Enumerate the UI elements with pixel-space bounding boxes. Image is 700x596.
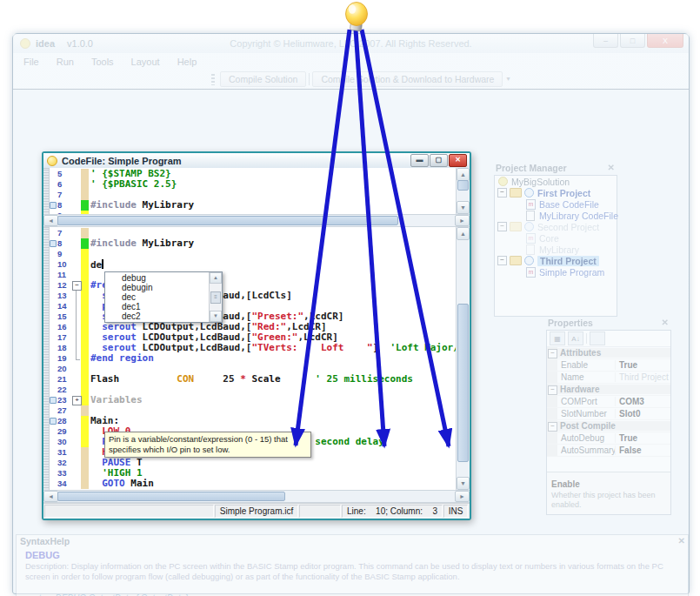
menu-item-file[interactable]: File (23, 57, 39, 67)
code-line[interactable]: 6' {$PBASIC 2.5} (50, 179, 456, 190)
scroll-down-icon[interactable]: ▼ (457, 201, 470, 214)
editor-close-button[interactable]: ✕ (449, 154, 467, 167)
property-row[interactable]: EnableTrue (547, 359, 670, 372)
bottom-horizontal-scrollbar[interactable]: ◄ ► (43, 490, 470, 503)
toolbar-button[interactable]: Compile Solution (220, 71, 306, 87)
toolbar-overflow-icon[interactable]: ▾ (506, 75, 510, 83)
project-manager-titlebar[interactable]: Project Manager ✕ (492, 162, 617, 174)
splitter-grip[interactable] (43, 168, 50, 214)
property-row[interactable]: NameThird Project (547, 372, 670, 384)
property-row[interactable]: SlotNumberSlot0 (547, 408, 670, 420)
code-pane-top[interactable]: 5' {$STAMP BS2}6' {$PBASIC 2.5}78#includ… (43, 168, 470, 214)
property-value[interactable]: Third Project (615, 372, 670, 382)
code-line[interactable]: 16 serout LCDOutput,LcdBaud,["Red:",LcdC… (50, 322, 456, 332)
tree-item[interactable]: MyLibrary CodeFile (495, 210, 617, 221)
menu-item-tools[interactable]: Tools (91, 57, 114, 67)
property-pages-icon[interactable] (590, 331, 605, 345)
scroll-right-icon[interactable]: ► (455, 215, 470, 226)
code-line[interactable]: 8#include MyLibrary (50, 200, 456, 211)
autocomplete-item[interactable]: debug (105, 273, 209, 283)
scroll-up-icon[interactable]: ▲ (210, 272, 222, 284)
property-value[interactable]: False (615, 445, 670, 455)
code-line[interactable]: 22 (50, 385, 456, 395)
code-line[interactable]: 19#end region (50, 353, 456, 364)
code-pane-bottom[interactable]: 78#include MyLibrary910de1112−#region LC… (43, 227, 470, 490)
tree-item[interactable]: −First Project (495, 187, 617, 198)
code-line[interactable]: 27 (50, 405, 456, 416)
scroll-down-icon[interactable]: ▼ (210, 311, 222, 322)
maximize-button[interactable]: □ (620, 34, 645, 48)
property-value[interactable]: COM3 (615, 397, 670, 406)
sort-alphabetical-icon[interactable]: A↓ (568, 331, 583, 345)
syntax-help-titlebar[interactable]: SyntaxHelp ✕ (17, 535, 688, 547)
code-line[interactable]: 18 serout LCDOutput,LcdBaud,["TVerts: Lo… (50, 343, 456, 353)
code-line[interactable]: 17 serout LCDOutput,LcdBaud,["Green:",Lc… (50, 332, 456, 343)
code-line[interactable]: 34 GOTO Main (50, 479, 456, 489)
autocomplete-scrollbar[interactable]: ▲ ≡ ▼ (209, 272, 222, 322)
tree-item[interactable]: mCore (495, 232, 617, 244)
expand-collapse-icon[interactable]: − (497, 188, 507, 198)
tree-item[interactable]: −Second Project (495, 221, 617, 232)
fold-toggle-icon[interactable]: − (72, 281, 82, 291)
project-manager-close-icon[interactable]: ✕ (608, 163, 615, 172)
top-horizontal-scrollbar[interactable]: ◄ ► (43, 214, 470, 227)
scroll-right-icon[interactable]: ► (455, 491, 470, 502)
property-value[interactable]: Slot0 (615, 409, 670, 419)
code-line[interactable]: 28Main: (50, 416, 456, 426)
expand-collapse-icon[interactable]: − (497, 256, 507, 265)
scrollbar-thumb[interactable]: ≡ (210, 291, 221, 304)
code-line[interactable]: 7 (50, 228, 456, 238)
scrollbar-thumb[interactable] (457, 180, 469, 191)
property-row[interactable]: AutoSummaryFalse (547, 445, 670, 457)
scrollbar-thumb[interactable] (57, 492, 285, 501)
editor-minimize-button[interactable]: ▬ (410, 154, 429, 167)
code-line[interactable]: 20 (50, 364, 456, 374)
categorized-icon[interactable]: ▦ (550, 331, 565, 345)
toolbar-button[interactable]: Compile Solution & Download to Hardware (312, 71, 503, 87)
code-line[interactable]: 8#include MyLibrary (50, 238, 456, 249)
scroll-left-icon[interactable]: ◄ (43, 215, 58, 226)
close-button[interactable]: X (647, 34, 683, 48)
property-row[interactable]: AutoDebugTrue (547, 432, 670, 445)
expand-collapse-icon[interactable]: − (497, 222, 507, 231)
autocomplete-item[interactable]: dec (105, 292, 209, 302)
scroll-up-icon[interactable]: ▲ (457, 168, 470, 181)
top-vertical-scrollbar[interactable]: ▲ ▼ (456, 168, 470, 214)
tree-item[interactable]: MyBigSolution (495, 176, 617, 187)
collapse-icon[interactable]: − (548, 349, 557, 358)
code-line[interactable]: 23+Variables (50, 395, 456, 405)
code-line[interactable]: 7 (50, 190, 456, 200)
collapse-icon[interactable]: − (548, 422, 557, 432)
autocomplete-item[interactable]: dec2 (105, 311, 209, 321)
menu-item-run[interactable]: Run (57, 57, 74, 67)
toolbar-grip[interactable] (211, 74, 215, 85)
properties-close-icon[interactable]: ✕ (662, 318, 669, 327)
menu-item-help[interactable]: Help (177, 57, 197, 67)
properties-titlebar[interactable]: Properties ✕ (544, 317, 671, 329)
scrollbar-thumb[interactable] (57, 216, 398, 225)
fold-toggle-icon[interactable]: + (72, 396, 82, 405)
property-category-row[interactable]: −Attributes (547, 347, 670, 359)
minimize-button[interactable]: – (593, 34, 618, 48)
editor-maximize-button[interactable]: ▢ (430, 154, 448, 167)
splitter-grip[interactable] (43, 227, 50, 490)
code-line[interactable]: 9 (50, 249, 456, 259)
tree-item[interactable]: mSimple Program (495, 266, 617, 278)
code-line[interactable]: 33 'HIGH 1 (50, 468, 456, 479)
autocomplete-item[interactable]: dec1 (105, 302, 209, 311)
scrollbar-thumb[interactable] (457, 304, 469, 462)
code-editor-titlebar[interactable]: CodeFile: Simple Program ▬ ▢ ✕ (43, 153, 470, 168)
scroll-down-icon[interactable]: ▼ (457, 477, 470, 490)
tree-item[interactable]: MyLibrary (495, 244, 617, 255)
code-line[interactable]: 21Flash CON 25 * Scale ' 25 milliseconds (50, 374, 456, 385)
property-row[interactable]: COMPortCOM3 (547, 396, 670, 408)
autocomplete-item[interactable]: debugin (105, 283, 209, 292)
code-line[interactable]: 10de (50, 259, 456, 270)
property-category-row[interactable]: −Post Compile (547, 420, 670, 432)
code-line[interactable]: 5' {$STAMP BS2} (50, 169, 456, 179)
scroll-up-icon[interactable]: ▲ (457, 227, 470, 240)
property-value[interactable]: True (615, 433, 670, 443)
scroll-left-icon[interactable]: ◄ (43, 491, 58, 502)
tree-item[interactable]: mBase CodeFile (495, 198, 617, 210)
menu-item-layout[interactable]: Layout (131, 57, 160, 67)
